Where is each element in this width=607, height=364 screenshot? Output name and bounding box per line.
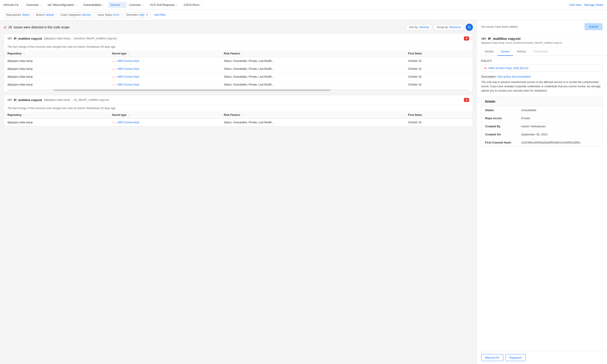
nav-dots-vcs[interactable]: ⋮ bbox=[176, 3, 179, 7]
filter-severities[interactable]: Severities High ✕ bbox=[124, 12, 151, 18]
tab-history[interactable]: History bbox=[513, 48, 529, 56]
details-val: September 30, 2023 bbox=[521, 133, 548, 136]
nav-brand: PROJECTS bbox=[4, 4, 19, 6]
suppress-button[interactable]: Suppress bbox=[505, 354, 526, 361]
nav-item-secrets[interactable]: Secrets ⋮ bbox=[108, 2, 127, 8]
col-detec-1[interactable]: First Detec bbox=[404, 50, 473, 57]
summary-text: ⊘ 29 Issues were detected in this code s… bbox=[4, 25, 69, 29]
filter-issue-status[interactable]: Issue Status Error bbox=[95, 12, 122, 18]
aws-access-keys-link[interactable]: AWS Access Keys bbox=[117, 67, 139, 70]
nav-dots-licenses[interactable]: ⋮ bbox=[142, 3, 145, 7]
description-label: Description: See policy documentation bbox=[481, 75, 603, 78]
table-row[interactable]: dlpqa/pcs-data-setup ——AWS Access Keys S… bbox=[4, 81, 473, 89]
nav-label-iac: IaC Misconfiguration bbox=[48, 3, 74, 7]
resource-header-2: </> IP_multiline copy.txt (dlpqa/pcs-dat… bbox=[4, 95, 473, 105]
details-val: Private bbox=[521, 117, 530, 120]
add-filter-button[interactable]: Add Filter bbox=[152, 12, 168, 17]
col-secret-type-1[interactable]: Secret type ↓ bbox=[108, 50, 220, 57]
manual-fix-button[interactable]: Manual Fix bbox=[481, 354, 503, 361]
nav-dots-cicd[interactable]: ⋮ bbox=[200, 3, 203, 7]
nav-label-overview: Overview bbox=[26, 3, 39, 7]
details-row: First Commit Hash c03248fca49f36a0bddf5f… bbox=[481, 139, 602, 146]
table-row[interactable]: dlpqa/pcs-data-setup ——AWS Access Keys S… bbox=[4, 57, 473, 65]
nav-label-secrets: Secrets bbox=[110, 3, 120, 7]
right-panel: No issues have been added Submit </> IP_… bbox=[477, 20, 607, 364]
top-nav: PROJECTS Overview ⋮ IaC Misconfiguration… bbox=[0, 0, 607, 10]
cell-first-detec: October 16 bbox=[404, 65, 473, 73]
policy-severity-dots: ●● bbox=[484, 67, 487, 69]
policy-link[interactable]: AWS Access Keys (2/8) (Error) bbox=[488, 66, 528, 70]
aws-access-keys-link[interactable]: AWS Access Keys bbox=[117, 83, 139, 86]
nav-label-vulnerabilities: Vulnerabilities bbox=[83, 3, 101, 7]
filter-issue-status-label: Issue Status bbox=[98, 13, 113, 16]
no-issues-text: No issues have been added bbox=[481, 25, 517, 28]
filter-severities-close-icon[interactable]: ✕ bbox=[146, 13, 148, 16]
details-val: c03248fca49f36a0bddf5f4afb314c909f1d385c bbox=[521, 141, 581, 144]
submit-button[interactable]: Submit bbox=[584, 23, 603, 30]
manage-views-link[interactable]: Manage Views bbox=[584, 3, 603, 7]
nav-item-iac[interactable]: IaC Misconfiguration ⋮ bbox=[45, 2, 80, 8]
description-text-label: Description: bbox=[481, 75, 497, 78]
col-repo-2[interactable]: Repository ↑↓ bbox=[4, 112, 108, 118]
resource-path-2: (dlpqa/pcs-data-setup :.../s3_files/IP_m… bbox=[44, 98, 109, 102]
col-repo-1[interactable]: Repository ↑↓ bbox=[4, 50, 108, 57]
summary-bar: ⊘ 29 Issues were detected in this code s… bbox=[4, 24, 473, 31]
scroll-bar-1[interactable] bbox=[7, 89, 469, 91]
sort-button[interactable]: Sort by: Severity bbox=[406, 24, 432, 30]
right-resource-title: </> IP_multiline copy.txt bbox=[481, 37, 603, 40]
cell-risk: Status: Unavailable, Private, Last Modif… bbox=[220, 118, 404, 126]
nav-item-overview[interactable]: Overview ⋮ bbox=[24, 2, 45, 8]
cell-repo: dlpqa/pcs-data-setup bbox=[4, 81, 108, 89]
detail-tabs: Details Issues History Traceability bbox=[477, 48, 607, 56]
issue-description: Issues were detected in this code scope bbox=[14, 26, 69, 29]
filter-branch[interactable]: Branch default bbox=[34, 12, 56, 18]
nav-dots-iac[interactable]: ⋮ bbox=[75, 3, 78, 7]
nav-dots-overview[interactable]: ⋮ bbox=[39, 3, 42, 7]
resource-name-1: IP_multiline copy.txt bbox=[14, 37, 42, 40]
filter-code-categories[interactable]: Code Categories Secrets bbox=[58, 12, 93, 18]
aws-access-keys-link[interactable]: AWS Access Keys bbox=[117, 75, 139, 78]
resource-title-2: </> IP_multiline copy.txt (dlpqa/pcs-dat… bbox=[7, 98, 109, 102]
nav-item-cicd[interactable]: CI/CD Runs ⋮ bbox=[181, 2, 206, 8]
cell-risk: Status: Unavailable, Private, Last Modif… bbox=[220, 81, 404, 89]
see-policy-link[interactable]: See policy documentation bbox=[497, 75, 531, 78]
group-label: Group by: bbox=[437, 26, 449, 29]
details-key: First Commit Hash bbox=[485, 141, 521, 144]
nav-item-licenses[interactable]: Licenses ⋮ bbox=[127, 2, 147, 8]
nav-item-vulnerabilities[interactable]: Vulnerabilities ⋮ bbox=[81, 2, 107, 8]
col-risk-1[interactable]: Risk Factors ↑↓ bbox=[220, 50, 404, 57]
details-key: Created On bbox=[485, 133, 521, 136]
details-row: Repo Acces Private bbox=[481, 114, 602, 122]
resource-badge-1: 4 bbox=[464, 37, 469, 40]
aws-access-keys-link[interactable]: AWS Access Keys bbox=[117, 121, 139, 124]
add-view-link[interactable]: Add View bbox=[569, 3, 581, 7]
nav-dots-vulnerabilities[interactable]: ⋮ bbox=[102, 3, 105, 7]
description-body: The only way to prevent unauthorized acc… bbox=[481, 80, 603, 93]
col-risk-2[interactable]: Risk Factors ↑↓ bbox=[220, 112, 404, 118]
cell-secret-type: ——AWS Access Keys bbox=[108, 73, 220, 81]
group-button[interactable]: Group by: Resource bbox=[434, 24, 464, 30]
details-val: Unavailable bbox=[521, 108, 536, 112]
aws-access-keys-link[interactable]: AWS Access Keys bbox=[117, 59, 139, 63]
details-box-title: Details bbox=[481, 97, 602, 106]
tab-issues[interactable]: Issues bbox=[497, 48, 513, 56]
policy-item[interactable]: ●● AWS Access Keys (2/8) (Error) bbox=[481, 64, 603, 72]
search-button[interactable] bbox=[466, 24, 473, 31]
filter-repositories[interactable]: Repositories Select bbox=[4, 12, 32, 18]
tab-details[interactable]: Details bbox=[481, 48, 497, 56]
filter-repositories-value: Select bbox=[22, 13, 29, 16]
cell-first-detec: October 16 bbox=[404, 81, 473, 89]
left-panel: ⊘ 29 Issues were detected in this code s… bbox=[0, 20, 477, 364]
nav-item-vcs[interactable]: VCS Pull Requests ⋮ bbox=[148, 2, 181, 8]
table-row[interactable]: dlpqa/pcs-data-setup ——AWS Access Keys S… bbox=[4, 65, 473, 73]
cell-repo: dlpqa/pcs-data-setup bbox=[4, 65, 108, 73]
cell-first-detec: October 16 bbox=[404, 57, 473, 65]
table-row[interactable]: dlpqa/pcs-data-setup ——AWS Access Keys S… bbox=[4, 118, 473, 126]
table-row[interactable]: dlpqa/pcs-data-setup ——AWS Access Keys S… bbox=[4, 73, 473, 81]
sort-label: Sort by: bbox=[409, 26, 418, 29]
tab-traceability: Traceability bbox=[530, 48, 551, 56]
details-val: Harish Vankatesan bbox=[521, 125, 546, 128]
nav-dots-secrets[interactable]: ⋮ bbox=[121, 3, 124, 7]
col-detec-2[interactable]: First Detec bbox=[404, 112, 473, 118]
col-secret-type-2[interactable]: Secret type ↓ bbox=[108, 112, 220, 118]
